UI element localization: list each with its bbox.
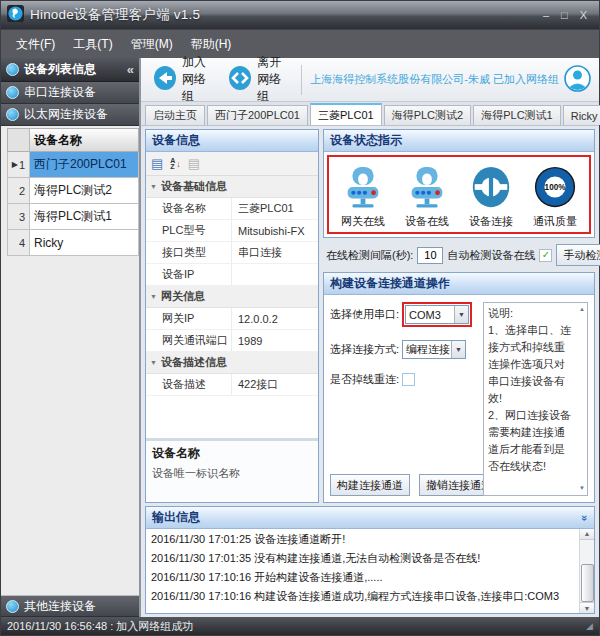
online-detect-row: 在线检测间隔(秒): 自动检测设备在线 ✓ 手动检测设备在线: [323, 242, 595, 268]
row-number: 4: [19, 237, 25, 249]
collapse-category-icon[interactable]: ▼: [150, 359, 157, 366]
sidebar-header[interactable]: 设备列表信息 «: [1, 58, 139, 82]
property-label: 网关IP: [146, 308, 232, 329]
property-value[interactable]: Mitsubishi-FX: [232, 220, 318, 241]
property-label: 接口类型: [146, 242, 232, 263]
device-name-cell[interactable]: 海得PLC测试2: [30, 178, 138, 203]
device-name-cell[interactable]: Ricky: [30, 230, 138, 255]
device-name-cell[interactable]: 海得PLC测试1: [30, 204, 138, 229]
maximize-button[interactable]: □: [561, 9, 568, 21]
title-bar: Hinode设备管理客户端 v1.5 – □ X: [1, 1, 599, 29]
property-label: 设备描述: [146, 374, 232, 395]
document-tab[interactable]: Ricky: [563, 105, 600, 125]
table-row[interactable]: ▶ 1 西门子200PLC01: [7, 152, 139, 178]
property-value[interactable]: 串口连接: [232, 242, 318, 263]
other-group-label: 其他连接设备: [24, 598, 96, 615]
property-label: 设备IP: [146, 264, 232, 285]
device-info-panel: 设备信息 ▤ AZ↓ ▤ ▼ 设备基础信息: [145, 129, 319, 503]
property-group: ▼ 网关信息 网关IP 12.0.0.2 网关通讯: [146, 286, 318, 352]
property-value[interactable]: 12.0.0.2: [232, 308, 318, 329]
device-connect-icon: [468, 164, 514, 212]
property-row[interactable]: 设备IP: [146, 264, 318, 286]
row-number: 2: [19, 185, 25, 197]
interval-input[interactable]: [417, 247, 443, 264]
property-group: ▼ 设备基础信息 设备名称 三菱PLC01 PLC: [146, 176, 318, 286]
device-name-cell[interactable]: 西门子200PLC01: [30, 152, 138, 177]
chevron-down-icon[interactable]: ▼: [451, 341, 465, 358]
device-table: 设备名称 ▶ 1 西门子200PLC01 ▶ 2: [1, 126, 139, 595]
property-row[interactable]: 设备名称 三菱PLC01: [146, 198, 318, 220]
user-network-status: 上海海得控制系统股份有限公司-朱威 已加入网络组: [310, 72, 559, 87]
join-network-group-button[interactable]: 加入网络组: [147, 51, 216, 108]
property-row[interactable]: 网关IP 12.0.0.2: [146, 308, 318, 330]
property-category-row[interactable]: ▼ 网关信息: [146, 286, 318, 308]
comm-quality-value: 100%: [545, 183, 567, 192]
leave-network-icon: [227, 65, 253, 94]
row-number: 3: [19, 211, 25, 223]
sidebar-item-serial-devices[interactable]: 串口连接设备: [1, 82, 139, 104]
sidebar-item-other-devices[interactable]: 其他连接设备: [1, 595, 139, 617]
menu-item[interactable]: 文件(F): [7, 32, 64, 57]
property-category-row[interactable]: ▼ 设备基础信息: [146, 176, 318, 198]
scroll-up-icon[interactable]: ▲: [580, 529, 594, 540]
minimize-button[interactable]: –: [543, 9, 549, 21]
sidebar-item-ethernet-devices[interactable]: 以太网连接设备: [1, 104, 139, 126]
auto-detect-checkbox[interactable]: ✓: [539, 249, 552, 262]
leave-network-group-button[interactable]: 离开网络组: [222, 51, 291, 108]
window-title: Hinode设备管理客户端 v1.5: [30, 6, 200, 24]
table-row[interactable]: ▶ 3 海得PLC测试1: [7, 204, 139, 230]
menu-item[interactable]: 工具(T): [64, 32, 121, 57]
gateway-online-indicator: 网关在线: [340, 164, 386, 229]
property-value[interactable]: 1989: [232, 330, 318, 351]
connection-channel-panel: 构建设备连接通道操作 选择使用串口: COM3 ▼: [323, 272, 595, 503]
serial-port-combo[interactable]: COM3 ▼: [405, 305, 469, 324]
collapse-category-icon[interactable]: ▼: [150, 293, 157, 300]
table-row[interactable]: ▶ 4 Ricky: [7, 230, 139, 256]
property-group: ▼ 设备描述信息 设备描述 422接口: [146, 352, 318, 396]
device-list-icon: [6, 63, 19, 76]
build-channel-button[interactable]: 构建连接通道: [330, 474, 410, 496]
property-category-row[interactable]: ▼ 设备描述信息: [146, 352, 318, 374]
chevron-down-icon[interactable]: ▼: [454, 306, 468, 323]
property-row[interactable]: PLC型号 Mitsubishi-FX: [146, 220, 318, 242]
note-line: 说明:: [488, 305, 573, 322]
resize-grip[interactable]: ◢: [586, 621, 593, 631]
note-line: 1、选择串口、连接方式和掉线重连操作选项只对串口连接设备有效!: [488, 322, 573, 407]
property-row[interactable]: 设备描述 422接口: [146, 374, 318, 396]
connection-channel-title: 构建设备连接通道操作: [324, 273, 594, 295]
document-tab[interactable]: 启动主页: [145, 105, 205, 125]
connect-mode-combo[interactable]: 编程连接 ▼: [402, 340, 466, 359]
scroll-down-icon[interactable]: ▼: [579, 484, 585, 493]
collapse-sidebar-icon[interactable]: «: [127, 62, 134, 77]
document-tab[interactable]: 三菱PLC01: [310, 103, 382, 125]
row-number: 1: [19, 159, 25, 171]
collapse-category-icon[interactable]: ▼: [150, 183, 157, 190]
reconnect-checkbox[interactable]: [402, 373, 415, 386]
document-tab[interactable]: 海得PLC测试2: [384, 105, 472, 125]
table-row[interactable]: ▶ 2 海得PLC测试2: [7, 178, 139, 204]
alphabetical-sort-icon[interactable]: AZ↓: [170, 158, 181, 170]
scrollbar-thumb[interactable]: [581, 564, 594, 602]
collapse-output-icon[interactable]: »: [579, 514, 591, 520]
serial-port-label: 选择使用串口:: [330, 307, 399, 322]
manual-detect-button[interactable]: 手动检测设备在线: [556, 244, 600, 266]
scroll-up-icon[interactable]: ▲: [579, 305, 585, 314]
property-value[interactable]: [232, 264, 318, 285]
document-tab[interactable]: 西门子200PLC01: [207, 105, 308, 125]
output-scrollbar[interactable]: ▲ ▼: [579, 529, 594, 613]
property-row[interactable]: 网关通讯端口 1989: [146, 330, 318, 352]
device-status-title: 设备状态指示: [324, 130, 594, 152]
property-label: 网关通讯端口: [146, 330, 232, 351]
property-value[interactable]: 三菱PLC01: [232, 198, 318, 219]
main-toolbar: 加入网络组 离开网络组 上海海得控制系统股份有限公司-朱威 已加入网络组: [141, 58, 599, 102]
other-group-icon: [6, 600, 19, 613]
serial-port-highlight: COM3 ▼: [402, 302, 472, 327]
document-tab[interactable]: 海得PLC测试1: [473, 105, 561, 125]
property-value[interactable]: 422接口: [232, 374, 318, 395]
close-button[interactable]: X: [580, 9, 587, 21]
categorized-view-icon[interactable]: ▤: [151, 157, 163, 170]
user-avatar: [564, 65, 591, 95]
scroll-down-icon[interactable]: ▼: [580, 602, 594, 613]
property-row[interactable]: 接口类型 串口连接: [146, 242, 318, 264]
row-number-header: [8, 129, 30, 151]
